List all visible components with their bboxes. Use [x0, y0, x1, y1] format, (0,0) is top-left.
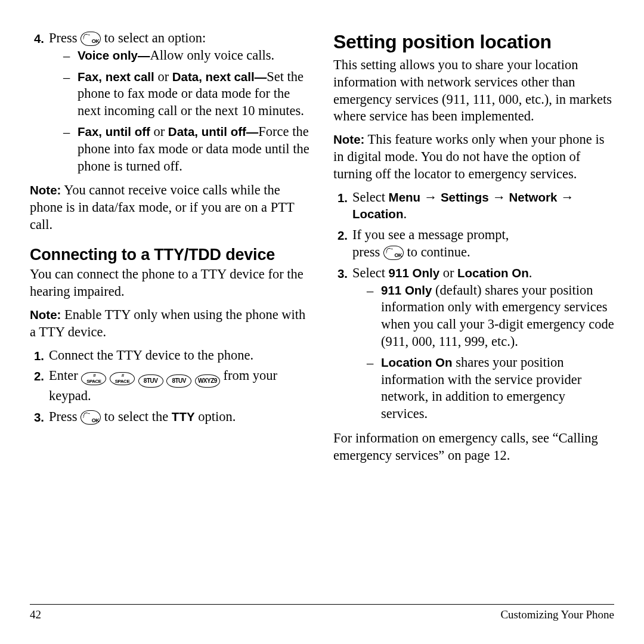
- note-datafax: Note: You cannot receive voice calls whi…: [30, 182, 311, 233]
- ok-key-icon: [383, 246, 404, 260]
- s3-bold: TTY: [172, 410, 195, 423]
- option-911-only: – 911 Only (default) shares your positio…: [367, 282, 614, 351]
- opt-mid: or: [150, 124, 168, 139]
- note-text: Enable TTY only when using the phone wit…: [30, 307, 305, 339]
- opt-bold: Fax, until off: [78, 125, 150, 138]
- page-footer: 42 Customizing Your Phone: [30, 604, 614, 621]
- opt-mid: or: [154, 69, 172, 84]
- location-options: – 911 Only (default) shares your positio…: [352, 282, 614, 423]
- note-label: Note:: [30, 183, 61, 197]
- s3-lead: Select: [352, 265, 389, 280]
- tty-step-3: 3. Press to select the TTY option.: [30, 408, 311, 426]
- step-text: Enter #SPACE #SPACE 8TUV 8TUV WXYZ9 from…: [49, 367, 311, 405]
- hash-key-icon: #SPACE: [110, 372, 135, 385]
- step-number: 2.: [30, 367, 44, 405]
- step4-lead-a: Press: [49, 30, 78, 45]
- sub-bold: 911 Only: [381, 283, 432, 297]
- step-number: 3.: [333, 265, 348, 426]
- menu-path-3: Network: [509, 190, 558, 204]
- option-voice-only: – Voice only—Allow only voice calls.: [63, 47, 311, 65]
- dash-bullet: –: [63, 123, 72, 175]
- menu-path-2: Settings: [441, 190, 489, 204]
- step-text: Select Menu → Settings → Network → Locat…: [352, 189, 614, 224]
- eight-key-icon: 8TUV: [138, 374, 163, 388]
- option-fax-next: – Fax, next call or Data, next call—Set …: [63, 69, 311, 120]
- s2-tail: from your keypad.: [49, 368, 277, 403]
- arrow-icon: →: [424, 190, 438, 205]
- opt-bold: Voice only—: [78, 48, 150, 62]
- s2-line2a: press: [352, 244, 380, 259]
- tty-intro: You can connect the phone to a TTY devic…: [30, 266, 311, 301]
- s2-line1: If you see a message prompt,: [352, 227, 509, 242]
- dash-bullet: –: [367, 354, 375, 423]
- two-column-layout: 4. Press to select an option: – Voice on…: [30, 30, 614, 470]
- s3-b: to select the: [104, 409, 168, 424]
- ok-key-icon: [80, 410, 101, 425]
- s3-period: .: [529, 265, 532, 280]
- s2-lead: Enter: [49, 368, 78, 383]
- step-number: 1.: [30, 347, 44, 364]
- menu-path-1: Menu: [389, 190, 421, 204]
- note-text: This feature works only when your phone …: [333, 132, 604, 181]
- step-4: 4. Press to select an option: – Voice on…: [30, 30, 311, 178]
- s3-or: or: [439, 265, 457, 280]
- s3-c: option.: [198, 409, 236, 424]
- sub-bold: Location On: [381, 355, 453, 369]
- opt-bold2: Data, next call—: [172, 70, 267, 83]
- step-text: Press to select an option: – Voice only—…: [49, 30, 311, 178]
- page-number: 42: [30, 608, 41, 621]
- step-text: If you see a message prompt, press to co…: [352, 227, 614, 261]
- step4-options: – Voice only—Allow only voice calls. – F…: [49, 47, 311, 175]
- option-fax-until-off: – Fax, until off or Data, until off—Forc…: [63, 123, 311, 175]
- loc-step-3: 3. Select 911 Only or Location On. – 911…: [333, 265, 614, 426]
- step-number: 1.: [333, 189, 348, 224]
- note-text: You cannot receive voice calls while the…: [30, 182, 294, 232]
- step4-lead-b: to select an option:: [104, 30, 206, 45]
- arrow-icon: →: [492, 190, 506, 205]
- footer-section-title: Customizing Your Phone: [500, 608, 614, 621]
- loc-step-1: 1. Select Menu → Settings → Network → Lo…: [333, 189, 614, 224]
- s2-line2b: to continue.: [407, 244, 470, 259]
- note-label: Note:: [333, 132, 364, 146]
- heading-position-location: Setting position location: [333, 30, 614, 54]
- step-number: 4.: [30, 30, 44, 178]
- emergency-xref: For information on emergency calls, see …: [333, 430, 614, 465]
- heading-tty: Connecting to a TTY/TDD device: [30, 244, 311, 265]
- opt-bold2: Data, until off—: [168, 125, 258, 138]
- tty-step-2: 2. Enter #SPACE #SPACE 8TUV 8TUV WXYZ9 f…: [30, 367, 311, 405]
- nine-key-icon: WXYZ9: [195, 374, 220, 388]
- s3-opt-a: 911 Only: [389, 266, 439, 280]
- note-label: Note:: [30, 308, 61, 321]
- manual-page: 4. Press to select an option: – Voice on…: [0, 0, 644, 644]
- dash-bullet: –: [63, 47, 72, 65]
- eight-key-icon: 8TUV: [166, 374, 191, 388]
- step-text: Connect the TTY device to the phone.: [49, 347, 311, 364]
- step-text: Press to select the TTY option.: [49, 408, 311, 426]
- tty-step-1: 1. Connect the TTY device to the phone.: [30, 347, 311, 364]
- right-column: Setting position location This setting a…: [333, 30, 614, 470]
- loc-step-2: 2. If you see a message prompt, press to…: [333, 227, 614, 261]
- menu-path-4: Location: [352, 207, 403, 221]
- dash-bullet: –: [367, 282, 375, 351]
- note-digital-mode: Note: This feature works only when your …: [333, 131, 614, 182]
- s3-opt-b: Location On: [457, 266, 529, 280]
- ok-key-icon: [80, 32, 101, 46]
- s3-a: Press: [49, 409, 78, 424]
- hash-key-icon: #SPACE: [81, 372, 106, 385]
- option-location-on: – Location On shares your position infor…: [367, 354, 614, 423]
- step-number: 3.: [30, 408, 44, 426]
- position-intro: This setting allows you to share your lo…: [333, 57, 614, 125]
- opt-bold: Fax, next call: [78, 70, 154, 83]
- s1-lead: Select: [352, 190, 389, 205]
- left-column: 4. Press to select an option: – Voice on…: [30, 30, 311, 470]
- step-text: Select 911 Only or Location On. – 911 On…: [352, 265, 614, 426]
- opt-rest: Allow only voice calls.: [150, 48, 275, 63]
- note-tty: Note: Enable TTY only when using the pho…: [30, 306, 311, 341]
- arrow-icon: →: [561, 190, 574, 205]
- dash-bullet: –: [63, 69, 72, 120]
- step-number: 2.: [333, 227, 348, 261]
